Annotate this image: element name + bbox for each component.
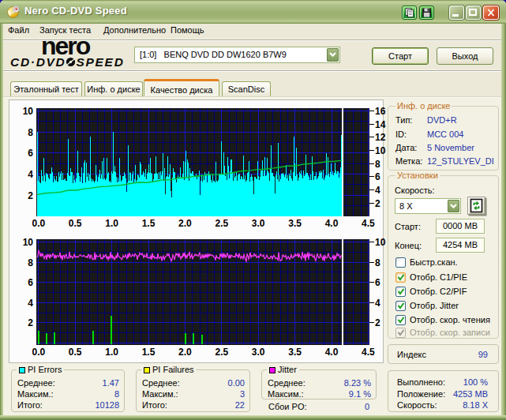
svg-text:1.0: 1.0 — [105, 218, 118, 229]
svg-text:8: 8 — [375, 159, 380, 170]
svg-text:0.5: 0.5 — [69, 347, 82, 358]
svg-text:1.5: 1.5 — [142, 347, 156, 358]
svg-text:4.5: 4.5 — [362, 347, 375, 358]
svg-text:6: 6 — [28, 148, 33, 159]
svg-text:2: 2 — [28, 190, 33, 201]
svg-text:16: 16 — [375, 106, 386, 117]
svg-text:2: 2 — [28, 317, 33, 328]
svg-text:4: 4 — [28, 298, 33, 309]
svg-text:8: 8 — [28, 127, 33, 138]
svg-text:10: 10 — [375, 237, 386, 248]
svg-text:12: 12 — [375, 132, 386, 143]
svg-text:4: 4 — [28, 169, 33, 180]
svg-text:8: 8 — [375, 257, 380, 268]
svg-text:3.0: 3.0 — [252, 347, 265, 358]
svg-text:4.0: 4.0 — [325, 218, 339, 229]
svg-text:0.5: 0.5 — [69, 218, 82, 229]
svg-text:2.0: 2.0 — [178, 218, 192, 229]
svg-text:2.0: 2.0 — [178, 347, 192, 358]
svg-text:2.5: 2.5 — [215, 218, 228, 229]
svg-text:6: 6 — [28, 277, 33, 288]
svg-text:0.0: 0.0 — [32, 218, 45, 229]
svg-text:1.0: 1.0 — [105, 347, 118, 358]
svg-text:6: 6 — [375, 171, 380, 182]
svg-text:2: 2 — [375, 317, 380, 328]
svg-text:3.5: 3.5 — [288, 218, 302, 229]
svg-text:3.0: 3.0 — [252, 218, 265, 229]
svg-text:2: 2 — [375, 198, 380, 209]
svg-text:10: 10 — [23, 106, 34, 117]
svg-text:4: 4 — [375, 185, 380, 196]
svg-text:0.0: 0.0 — [32, 347, 45, 358]
svg-text:8: 8 — [28, 257, 33, 268]
svg-text:14: 14 — [375, 119, 386, 130]
svg-text:10: 10 — [375, 145, 386, 156]
svg-text:10: 10 — [23, 237, 34, 248]
svg-text:4.5: 4.5 — [362, 218, 375, 229]
svg-text:2.5: 2.5 — [215, 347, 228, 358]
svg-text:3.5: 3.5 — [288, 347, 302, 358]
svg-text:4.0: 4.0 — [325, 347, 339, 358]
svg-text:4: 4 — [375, 298, 380, 309]
svg-text:1.5: 1.5 — [142, 218, 156, 229]
svg-text:6: 6 — [375, 277, 380, 288]
